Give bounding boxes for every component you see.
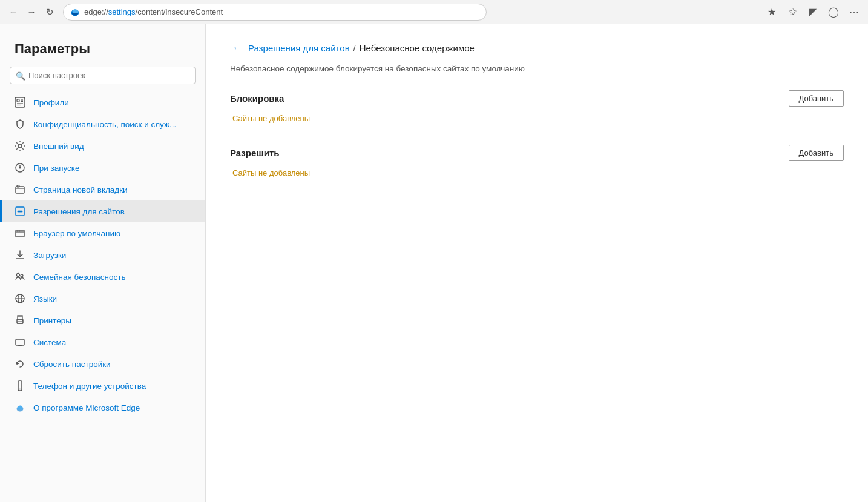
sidebar-item-about[interactable]: О программе Microsoft Edge bbox=[0, 397, 205, 418]
allow-empty-text: Сайты не добавлены bbox=[230, 166, 844, 180]
sidebar-item-privacy-label: Конфиденциальность, поиск и служ... bbox=[33, 120, 176, 129]
sidebar-item-appearance-label: Внешний вид bbox=[33, 142, 84, 151]
sidebar-item-phone[interactable]: Телефон и другие устройства bbox=[0, 375, 205, 397]
browser-essentials-button[interactable]: ◤ bbox=[804, 4, 822, 21]
sidebar-item-newtab-label: Страница новой вкладки bbox=[33, 185, 128, 194]
search-icon: 🔍 bbox=[16, 71, 25, 80]
edge-logo-icon bbox=[70, 7, 81, 18]
svg-point-7 bbox=[18, 144, 22, 148]
svg-point-29 bbox=[22, 320, 23, 322]
breadcrumb-parent-link[interactable]: Разрешения для сайтов bbox=[248, 43, 350, 53]
sidebar-item-newtab[interactable]: Страница новой вкладки bbox=[0, 179, 205, 200]
forward-button[interactable]: → bbox=[23, 4, 40, 21]
allow-section: Разрешить Добавить Сайты не добавлены bbox=[230, 145, 844, 180]
sidebar-item-privacy[interactable]: Конфиденциальность, поиск и служ... bbox=[0, 113, 205, 135]
sidebar-item-default-browser-label: Браузер по умолчанию bbox=[33, 229, 120, 238]
svg-rect-2 bbox=[17, 99, 19, 102]
profiles-icon bbox=[14, 96, 26, 108]
svg-rect-10 bbox=[16, 187, 24, 193]
search-wrap: 🔍 bbox=[10, 67, 196, 84]
svg-point-19 bbox=[19, 231, 20, 232]
startup-icon bbox=[14, 162, 26, 174]
sidebar-item-printers-label: Принтеры bbox=[33, 316, 71, 325]
favorites-button[interactable]: ★ bbox=[763, 4, 781, 21]
sidebar-item-site-permissions-label: Разрешения для сайтов bbox=[33, 207, 125, 216]
back-button[interactable]: ← bbox=[5, 4, 22, 21]
page-description: Небезопасное содержимое блокируется на б… bbox=[230, 64, 844, 73]
address-bar[interactable]: edge://settings/content/insecureContent bbox=[63, 4, 487, 21]
svg-point-9 bbox=[19, 167, 21, 169]
address-text: edge://settings/content/insecureContent bbox=[84, 7, 480, 16]
block-section-header: Блокировка Добавить bbox=[230, 90, 844, 107]
sidebar-item-reset-label: Сбросить настройки bbox=[33, 360, 111, 369]
sidebar-item-startup-label: При запуске bbox=[33, 163, 79, 173]
sidebar-item-languages-label: Языки bbox=[33, 294, 57, 303]
sidebar-item-family[interactable]: Семейная безопасность bbox=[0, 266, 205, 288]
svg-point-22 bbox=[21, 274, 23, 277]
sidebar-item-downloads[interactable]: Загрузки bbox=[0, 244, 205, 266]
languages-icon bbox=[14, 292, 26, 305]
block-section-title: Блокировка bbox=[230, 93, 284, 104]
block-add-button[interactable]: Добавить bbox=[789, 90, 844, 107]
svg-rect-28 bbox=[18, 322, 22, 323]
allow-section-title: Разрешить bbox=[230, 148, 280, 158]
sidebar: Параметры 🔍 Профили Конфиденциальность, … bbox=[0, 24, 206, 502]
site-permissions-icon bbox=[14, 205, 26, 217]
sidebar-item-reset[interactable]: Сбросить настройки bbox=[0, 353, 205, 375]
address-settings: settings bbox=[108, 7, 136, 16]
sidebar-title: Параметры bbox=[0, 24, 205, 67]
address-path: /content/insecureContent bbox=[136, 7, 223, 16]
privacy-icon bbox=[14, 118, 26, 130]
breadcrumb-separator: / bbox=[353, 43, 356, 53]
system-icon bbox=[14, 336, 26, 348]
svg-point-18 bbox=[17, 231, 18, 232]
sidebar-item-printers[interactable]: Принтеры bbox=[0, 309, 205, 331]
sidebar-item-downloads-label: Загрузки bbox=[33, 251, 66, 260]
downloads-icon bbox=[14, 249, 26, 261]
svg-rect-27 bbox=[18, 316, 22, 319]
profile-button[interactable]: ◯ bbox=[824, 4, 843, 21]
search-input[interactable] bbox=[10, 67, 196, 84]
svg-point-21 bbox=[17, 274, 20, 277]
collections-button[interactable]: ✩ bbox=[783, 4, 801, 21]
printers-icon bbox=[14, 314, 26, 326]
toolbar-right: ★ ✩ ◤ ◯ ⋯ bbox=[763, 4, 863, 21]
svg-rect-30 bbox=[16, 339, 24, 345]
sidebar-item-startup[interactable]: При запуске bbox=[0, 157, 205, 179]
sidebar-item-family-label: Семейная безопасность bbox=[33, 272, 125, 282]
family-icon bbox=[14, 271, 26, 283]
address-scheme: edge:// bbox=[84, 7, 108, 16]
titlebar: ← → ↻ edge://settings/content/insecureCo… bbox=[0, 0, 868, 24]
svg-point-15 bbox=[21, 211, 23, 213]
reload-button[interactable]: ↻ bbox=[41, 4, 58, 21]
about-icon bbox=[14, 401, 26, 414]
app-body: Параметры 🔍 Профили Конфиденциальность, … bbox=[0, 24, 868, 502]
sidebar-item-system[interactable]: Система bbox=[0, 331, 205, 353]
sidebar-item-profiles[interactable]: Профили bbox=[0, 91, 205, 113]
sidebar-item-appearance[interactable]: Внешний вид bbox=[0, 135, 205, 157]
svg-rect-1 bbox=[15, 97, 25, 107]
reset-icon bbox=[14, 358, 26, 370]
breadcrumb-current: Небезопасное содержимое bbox=[360, 43, 475, 53]
breadcrumb-back-button[interactable]: ← bbox=[230, 41, 245, 54]
block-empty-text: Сайты не добавлены bbox=[230, 111, 844, 125]
block-section: Блокировка Добавить Сайты не добавлены bbox=[230, 90, 844, 125]
svg-point-13 bbox=[18, 211, 19, 213]
breadcrumb: ← Разрешения для сайтов / Небезопасное с… bbox=[230, 41, 844, 54]
phone-icon bbox=[14, 380, 26, 392]
sidebar-item-site-permissions[interactable]: Разрешения для сайтов bbox=[0, 200, 205, 222]
sidebar-item-about-label: О программе Microsoft Edge bbox=[33, 403, 140, 412]
sidebar-item-profiles-label: Профили bbox=[33, 98, 69, 107]
sidebar-item-default-browser[interactable]: Браузер по умолчанию bbox=[0, 222, 205, 244]
nav-buttons: ← → ↻ bbox=[5, 4, 58, 21]
default-browser-icon bbox=[14, 227, 26, 239]
allow-add-button[interactable]: Добавить bbox=[789, 145, 844, 161]
sidebar-item-languages[interactable]: Языки bbox=[0, 288, 205, 309]
appearance-icon bbox=[14, 140, 26, 152]
sidebar-item-phone-label: Телефон и другие устройства bbox=[33, 381, 146, 391]
menu-button[interactable]: ⋯ bbox=[845, 4, 863, 21]
newtab-icon bbox=[14, 183, 26, 196]
allow-section-header: Разрешить Добавить bbox=[230, 145, 844, 161]
svg-point-14 bbox=[19, 211, 21, 213]
sidebar-item-system-label: Система bbox=[33, 338, 66, 347]
